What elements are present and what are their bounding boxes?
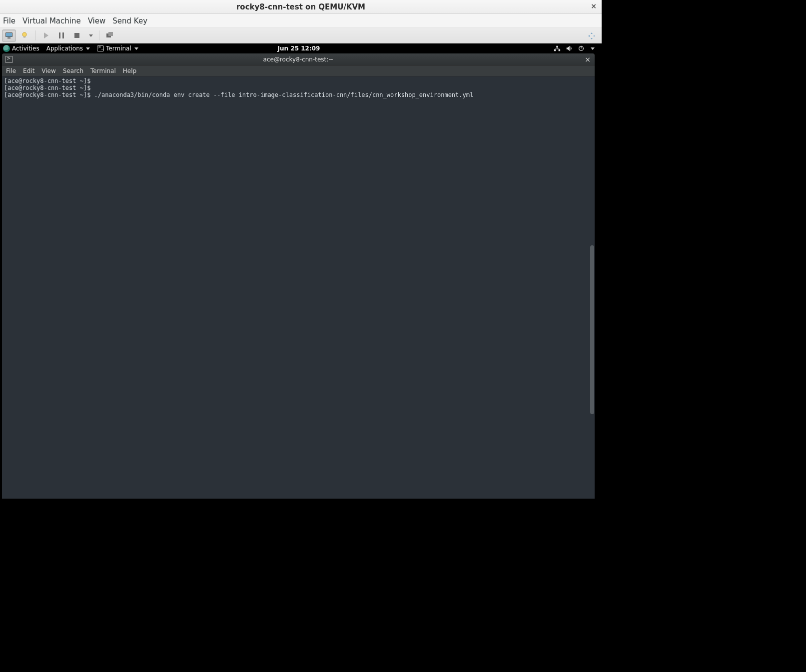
svg-rect-4 xyxy=(23,36,25,38)
chevron-down-icon xyxy=(134,47,138,50)
svg-rect-2 xyxy=(7,37,10,38)
gnome-top-bar: Activities Applications Terminal Jun 25 … xyxy=(0,43,598,53)
vm-toolbar xyxy=(0,28,602,43)
activities-button[interactable]: Activities xyxy=(3,45,39,52)
clock[interactable]: Jun 25 12:09 xyxy=(278,45,320,52)
details-view-button[interactable] xyxy=(17,29,31,42)
terminal-menu-search[interactable]: Search xyxy=(63,67,83,74)
snapshots-button[interactable] xyxy=(103,29,117,42)
terminal-line: [ace@rocky8-cnn-test ~]$ ./anaconda3/bin… xyxy=(4,91,473,98)
scrollbar[interactable] xyxy=(590,76,595,499)
monitor-icon xyxy=(5,31,13,39)
pause-button[interactable] xyxy=(54,29,68,42)
svg-marker-14 xyxy=(594,35,595,37)
svg-marker-18 xyxy=(567,46,570,51)
svg-rect-17 xyxy=(556,46,558,48)
applications-label: Applications xyxy=(46,45,83,52)
play-icon xyxy=(42,31,50,39)
terminal-menu-terminal[interactable]: Terminal xyxy=(90,67,116,74)
svg-rect-6 xyxy=(59,32,60,38)
chevron-down-icon xyxy=(86,47,90,50)
terminal-titlebar[interactable]: ace@rocky8-cnn-test:~ × xyxy=(2,53,595,65)
volume-icon[interactable] xyxy=(566,45,573,52)
vm-titlebar[interactable]: rocky8-cnn-test on QEMU/KVM × xyxy=(0,0,602,14)
terminal-menu-file[interactable]: File xyxy=(6,67,16,74)
terminal-menu-help[interactable]: Help xyxy=(123,67,136,74)
power-icon[interactable] xyxy=(578,45,585,52)
vm-window-title: rocky8-cnn-test on QEMU/KVM xyxy=(236,2,365,11)
terminal-line: [ace@rocky8-cnn-test ~]$ xyxy=(4,84,90,91)
activities-icon xyxy=(3,45,10,52)
svg-rect-10 xyxy=(108,32,113,36)
chevron-down-icon[interactable] xyxy=(591,47,595,50)
svg-rect-16 xyxy=(559,49,561,51)
pause-icon xyxy=(57,31,65,39)
applications-menu[interactable]: Applications xyxy=(46,45,90,52)
app-menu-label: Terminal xyxy=(106,45,131,52)
terminal-icon xyxy=(97,45,104,51)
activities-label: Activities xyxy=(12,45,39,52)
close-icon[interactable]: × xyxy=(590,2,598,10)
terminal-title: ace@rocky8-cnn-test:~ xyxy=(263,56,334,63)
svg-marker-11 xyxy=(591,32,593,34)
svg-rect-1 xyxy=(6,33,12,36)
close-icon[interactable]: × xyxy=(585,55,591,63)
scrollbar-thumb[interactable] xyxy=(590,245,594,414)
vm-menu-send-key[interactable]: Send Key xyxy=(112,16,147,25)
fullscreen-button[interactable] xyxy=(585,29,599,42)
terminal-line: [ace@rocky8-cnn-test ~]$ xyxy=(4,77,90,84)
app-menu-terminal[interactable]: Terminal xyxy=(97,45,138,52)
toolbar-separator xyxy=(35,30,35,40)
terminal-window: ace@rocky8-cnn-test:~ × File Edit View S… xyxy=(2,53,595,499)
vm-menu-file[interactable]: File xyxy=(3,16,15,25)
shutdown-menu-button[interactable] xyxy=(85,29,95,42)
network-icon[interactable] xyxy=(554,45,561,52)
console-view-button[interactable] xyxy=(2,29,16,42)
terminal-menubar: File Edit View Search Terminal Help xyxy=(2,65,595,76)
svg-point-3 xyxy=(22,32,26,36)
play-button xyxy=(39,29,53,42)
terminal-menu-view[interactable]: View xyxy=(41,67,55,74)
toolbar-separator xyxy=(99,30,99,40)
vm-menu-view[interactable]: View xyxy=(88,16,106,25)
svg-rect-7 xyxy=(62,32,64,38)
terminal-icon xyxy=(5,56,13,63)
vm-menubar: File Virtual Machine View Send Key xyxy=(0,14,602,28)
snapshots-icon xyxy=(106,31,114,39)
svg-rect-8 xyxy=(74,33,79,38)
vm-menu-virtual-machine[interactable]: Virtual Machine xyxy=(22,16,81,25)
guest-display[interactable]: Activities Applications Terminal Jun 25 … xyxy=(0,43,602,502)
svg-marker-12 xyxy=(591,38,593,39)
terminal-body[interactable]: [ace@rocky8-cnn-test ~]$ [ace@rocky8-cnn… xyxy=(2,76,595,499)
svg-rect-15 xyxy=(554,49,556,51)
fullscreen-icon xyxy=(588,32,596,40)
bulb-icon xyxy=(20,31,28,39)
shutdown-button[interactable] xyxy=(70,29,84,42)
chevron-down-icon xyxy=(89,34,93,37)
svg-marker-13 xyxy=(588,35,590,37)
stop-icon xyxy=(73,31,81,39)
svg-marker-5 xyxy=(44,32,48,38)
terminal-menu-edit[interactable]: Edit xyxy=(23,67,34,74)
